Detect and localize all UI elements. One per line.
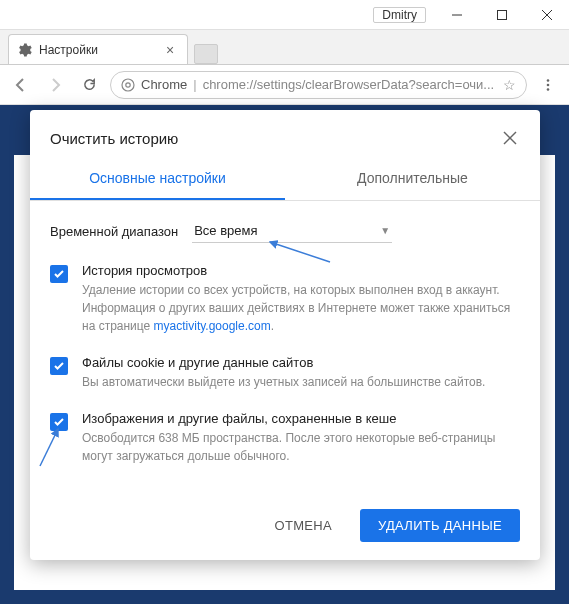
tab-title: Настройки (39, 43, 157, 57)
option-browsing-history: История просмотров Удаление истории со в… (50, 263, 520, 335)
option-title: Файлы cookie и другие данные сайтов (82, 355, 520, 370)
reload-button[interactable] (76, 72, 102, 98)
dialog-tabs: Основные настройки Дополнительные (30, 158, 540, 201)
dialog-title: Очистить историю (50, 130, 178, 147)
checkbox-cache[interactable] (50, 413, 68, 431)
dialog-close-button[interactable] (500, 128, 520, 148)
window-titlebar: Dmitry (0, 0, 569, 30)
back-button[interactable] (8, 72, 34, 98)
svg-point-5 (126, 82, 130, 86)
svg-point-8 (547, 88, 550, 91)
timerange-select[interactable]: Все время ▼ (192, 219, 392, 243)
user-badge[interactable]: Dmitry (373, 7, 426, 23)
svg-line-11 (270, 242, 330, 262)
option-title: Изображения и другие файлы, сохраненные … (82, 411, 520, 426)
close-window-button[interactable] (524, 0, 569, 30)
new-tab-button[interactable] (194, 44, 218, 64)
svg-point-6 (547, 79, 550, 82)
myactivity-link[interactable]: myactivity.google.com (154, 319, 271, 333)
maximize-button[interactable] (479, 0, 524, 30)
checkbox-browsing-history[interactable] (50, 265, 68, 283)
forward-button[interactable] (42, 72, 68, 98)
address-bar: Chrome | chrome://settings/clearBrowserD… (0, 65, 569, 105)
checkbox-cookies[interactable] (50, 357, 68, 375)
omnibox-url: chrome://settings/clearBrowserData?searc… (203, 77, 497, 92)
chrome-icon (121, 78, 135, 92)
option-cache: Изображения и другие файлы, сохраненные … (50, 411, 520, 465)
timerange-label: Временной диапазон (50, 224, 178, 239)
tab-advanced[interactable]: Дополнительные (285, 158, 540, 200)
bookmark-star-icon[interactable]: ☆ (503, 77, 516, 93)
option-title: История просмотров (82, 263, 520, 278)
clear-data-button[interactable]: УДАЛИТЬ ДАННЫЕ (360, 509, 520, 542)
svg-rect-1 (497, 10, 506, 19)
svg-point-7 (547, 83, 550, 86)
svg-line-12 (40, 429, 58, 466)
clear-data-dialog: Очистить историю Основные настройки Допо… (30, 110, 540, 560)
tab-strip: Настройки × (0, 30, 569, 65)
option-desc: Освободится 638 МБ пространства. После э… (82, 429, 520, 465)
option-desc: Вы автоматически выйдете из учетных запи… (82, 373, 520, 391)
cancel-button[interactable]: ОТМЕНА (257, 509, 350, 542)
omnibox-origin: Chrome (141, 77, 187, 92)
tab-basic[interactable]: Основные настройки (30, 158, 285, 200)
svg-point-4 (122, 79, 134, 91)
browser-tab[interactable]: Настройки × (8, 34, 188, 64)
omnibox[interactable]: Chrome | chrome://settings/clearBrowserD… (110, 71, 527, 99)
chevron-down-icon: ▼ (380, 225, 390, 236)
browser-menu-button[interactable] (535, 72, 561, 98)
option-desc: Удаление истории со всех устройств, на к… (82, 281, 520, 335)
option-cookies: Файлы cookie и другие данные сайтов Вы а… (50, 355, 520, 391)
minimize-button[interactable] (434, 0, 479, 30)
timerange-value: Все время (194, 223, 257, 238)
close-tab-icon[interactable]: × (163, 43, 177, 57)
gear-icon (17, 42, 33, 58)
